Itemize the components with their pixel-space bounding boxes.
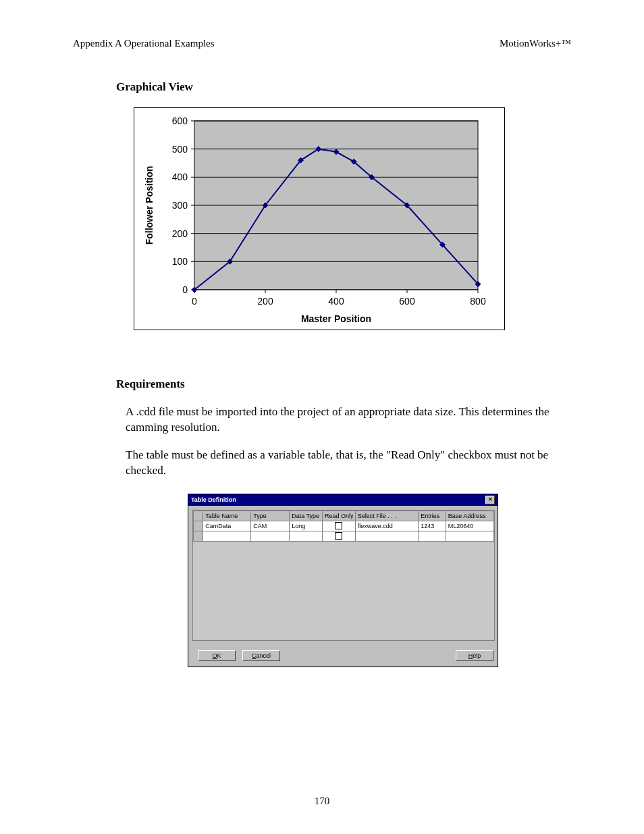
table-definition-dialog: Table Definition ✕ Table NameTypeData Ty… bbox=[188, 494, 498, 667]
checkbox-icon[interactable] bbox=[335, 522, 342, 529]
line-chart: 01002003004005006000200400600800Master P… bbox=[134, 107, 505, 330]
header-right: MotionWorks+™ bbox=[500, 38, 571, 49]
svg-text:400: 400 bbox=[172, 172, 188, 182]
help-button[interactable]: Help bbox=[456, 650, 493, 661]
row-handle[interactable] bbox=[194, 521, 203, 531]
svg-text:100: 100 bbox=[172, 256, 188, 267]
row-handle[interactable] bbox=[194, 531, 203, 541]
cell-entries[interactable]: 1243 bbox=[419, 521, 446, 531]
cell-read-only[interactable] bbox=[322, 521, 355, 531]
cell-entries[interactable] bbox=[419, 531, 446, 541]
col-header[interactable]: Read Only bbox=[322, 511, 355, 521]
cell-type[interactable]: CAM bbox=[251, 521, 290, 531]
col-header[interactable]: Type bbox=[251, 511, 290, 521]
cell-base-address[interactable]: ML20640 bbox=[446, 521, 493, 531]
cell-read-only[interactable] bbox=[322, 531, 355, 541]
table-row[interactable] bbox=[194, 531, 494, 541]
ok-button[interactable]: OK bbox=[198, 650, 236, 661]
checkbox-icon[interactable] bbox=[335, 532, 342, 540]
header-left: Appendix A Operational Examples bbox=[73, 38, 215, 49]
cell-base-address[interactable] bbox=[446, 531, 493, 541]
row-header-blank bbox=[194, 511, 203, 521]
svg-text:Master Position: Master Position bbox=[301, 313, 371, 324]
col-header[interactable]: Select File . . . bbox=[355, 511, 418, 521]
svg-text:300: 300 bbox=[172, 200, 188, 211]
page-header: Appendix A Operational Examples MotionWo… bbox=[73, 38, 571, 49]
svg-text:Follower Position: Follower Position bbox=[144, 166, 155, 245]
cell-data-type[interactable]: Long bbox=[290, 521, 323, 531]
dialog-screenshot: Table Definition ✕ Table NameTypeData Ty… bbox=[188, 494, 571, 667]
svg-text:200: 200 bbox=[257, 296, 273, 307]
svg-text:600: 600 bbox=[399, 296, 415, 307]
close-icon[interactable]: ✕ bbox=[485, 496, 495, 504]
svg-text:600: 600 bbox=[172, 115, 188, 126]
cell-select-file[interactable] bbox=[355, 531, 418, 541]
cell-type[interactable] bbox=[251, 531, 290, 541]
requirements-para-1: A .cdd file must be imported into the pr… bbox=[126, 405, 571, 436]
section-graphical-view: Graphical View bbox=[116, 80, 571, 94]
svg-text:0: 0 bbox=[182, 284, 188, 295]
svg-text:500: 500 bbox=[172, 144, 188, 155]
section-requirements: Requirements bbox=[116, 377, 571, 391]
col-header[interactable]: Entries bbox=[419, 511, 446, 521]
cell-table-name[interactable] bbox=[203, 531, 251, 541]
svg-text:400: 400 bbox=[328, 296, 344, 307]
col-header[interactable]: Table Name bbox=[203, 511, 251, 521]
table-row[interactable]: CamDataCAMLongflexwave.cdd1243ML20640 bbox=[194, 521, 494, 531]
svg-text:0: 0 bbox=[192, 296, 197, 307]
svg-text:200: 200 bbox=[172, 228, 188, 239]
dialog-titlebar: Table Definition ✕ bbox=[188, 494, 498, 506]
requirements-para-2: The table must be defined as a variable … bbox=[126, 448, 571, 479]
dialog-title-text: Table Definition bbox=[191, 496, 236, 503]
col-header[interactable]: Data Type bbox=[290, 511, 323, 521]
chart-container: 01002003004005006000200400600800Master P… bbox=[134, 107, 571, 330]
cell-table-name[interactable]: CamData bbox=[203, 521, 251, 531]
table-grid[interactable]: Table NameTypeData TypeRead OnlySelect F… bbox=[192, 510, 495, 641]
col-header[interactable]: Base Address bbox=[446, 511, 493, 521]
svg-text:800: 800 bbox=[470, 296, 486, 307]
cell-data-type[interactable] bbox=[290, 531, 323, 541]
page-number: 170 bbox=[0, 796, 644, 807]
cell-select-file[interactable]: flexwave.cdd bbox=[355, 521, 418, 531]
cancel-button[interactable]: Cancel bbox=[242, 650, 280, 661]
